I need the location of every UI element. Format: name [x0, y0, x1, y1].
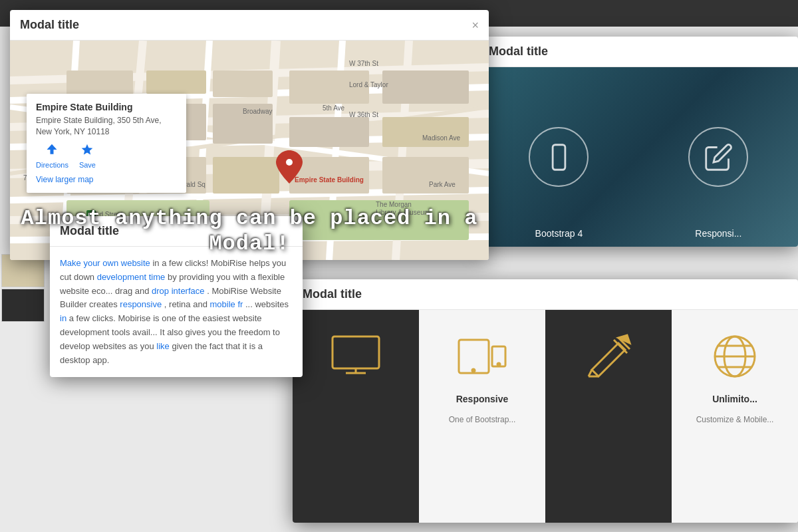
pencil-icon-svg — [582, 330, 635, 383]
modal-map-title: Modal title — [20, 18, 79, 32]
svg-text:W 36th St: W 36th St — [349, 111, 378, 118]
text-highlight-mobile: mobile fr — [209, 299, 243, 309]
svg-rect-17 — [66, 70, 133, 97]
save-label: Save — [79, 161, 96, 169]
icon-card-globe: Unlimito... Customize & Mobile... — [672, 310, 798, 523]
phone-icon-circle — [529, 127, 589, 187]
svg-text:Madison Ave: Madison Ave — [422, 134, 461, 142]
responsive-sublabel: One of Bootstrap... — [449, 415, 516, 424]
text-highlight-make: Make your own website — [60, 258, 150, 268]
edit-icon-circle — [688, 127, 748, 187]
modal-icons-header: Modal title — [293, 279, 798, 310]
directions-icon — [45, 143, 59, 160]
icon-card-edit — [545, 310, 672, 523]
svg-text:Empire State Building: Empire State Building — [295, 176, 364, 184]
text-highlight-in: in — [60, 313, 66, 323]
popup-actions: Directions Save — [36, 143, 177, 169]
place-name: Empire State Building — [36, 102, 177, 112]
svg-rect-25 — [213, 157, 279, 194]
svg-rect-21 — [213, 70, 273, 97]
globe-label: Unlimito... — [712, 394, 757, 404]
globe-sublabel: Customize & Mobile... — [696, 415, 774, 424]
thumb-dark[interactable] — [1, 289, 45, 322]
svg-rect-63 — [459, 340, 489, 373]
overlay-heading: Almost anything can be placed in a Modal… — [0, 206, 499, 257]
text-highlight-like: like — [156, 341, 170, 351]
svg-rect-27 — [289, 117, 369, 147]
svg-rect-19 — [146, 70, 206, 94]
modal-text-content: Make your own website in a few clicks! M… — [60, 257, 293, 367]
edit-icon-container — [575, 330, 642, 383]
svg-text:Lord & Taylor: Lord & Taylor — [349, 81, 388, 88]
svg-rect-30 — [382, 117, 469, 147]
modal-map-header: Modal title × — [10, 10, 489, 41]
globe-icon-container — [702, 330, 768, 383]
icon-card-responsive: Responsive One of Bootstrap... — [419, 310, 545, 523]
svg-text:5th Ave: 5th Ave — [323, 104, 345, 112]
save-button[interactable]: Save — [79, 143, 96, 169]
directions-button[interactable]: Directions — [36, 143, 68, 169]
monitor-icon-svg — [329, 330, 382, 383]
caption-bootstrap: Bootstrap 4 — [535, 228, 583, 239]
modal-image-area: Bootstrap 4 Responsi... — [479, 67, 798, 247]
modal-icons-body: Responsive One of Bootstrap... — [293, 310, 798, 523]
overlay-text-container: Almost anything can be placed in a Modal… — [0, 206, 499, 257]
svg-rect-31 — [382, 157, 469, 194]
responsive-icon-svg — [456, 330, 509, 383]
text-content-4: , retina and — [164, 299, 210, 309]
directions-label: Directions — [36, 161, 68, 169]
left-thumbnails — [0, 253, 50, 323]
text-highlight-responsive: responsive — [120, 299, 162, 309]
text-highlight-dev: development time — [97, 272, 166, 282]
phone-icon — [544, 142, 574, 172]
modal-text-body: Make your own website in a few clicks! M… — [50, 247, 303, 377]
globe-icon-svg — [708, 330, 761, 383]
svg-point-56 — [286, 159, 293, 166]
svg-point-65 — [472, 369, 475, 372]
svg-rect-60 — [332, 336, 379, 368]
responsive-label: Responsive — [456, 394, 509, 404]
svg-text:Park Ave: Park Ave — [429, 181, 456, 188]
place-address: Empire State Building, 350 5th Ave, New … — [36, 115, 177, 138]
view-larger-map-link[interactable]: View larger map — [36, 175, 93, 184]
caption-responsi: Responsi... — [695, 228, 741, 239]
modal-icons: Modal title Responsive — [293, 279, 798, 523]
svg-point-66 — [497, 363, 500, 366]
save-star-icon — [80, 143, 94, 160]
monitor-icon-container — [323, 330, 389, 383]
modal-map-close[interactable]: × — [471, 19, 479, 31]
map-popup: Empire State Building Empire State Build… — [27, 94, 186, 193]
text-content-5: ... websites — [245, 299, 289, 309]
modal-bootstrap: Modal title Bootstrap 4 Responsi... — [479, 37, 798, 247]
responsive-icon-container — [449, 330, 515, 383]
modal-bootstrap-header: Modal title — [479, 37, 798, 67]
svg-text:Broadway: Broadway — [243, 108, 272, 115]
modal-image-caption: Bootstrap 4 Responsi... — [479, 228, 798, 239]
modal-icons-title: Modal title — [303, 287, 362, 301]
pencil-icon — [704, 142, 733, 172]
text-highlight-drop: drop interface — [152, 286, 205, 296]
modal-bootstrap-title: Modal title — [489, 45, 548, 59]
icon-card-monitor — [293, 310, 419, 523]
svg-rect-29 — [382, 70, 469, 104]
svg-text:W 37th St: W 37th St — [349, 60, 378, 67]
